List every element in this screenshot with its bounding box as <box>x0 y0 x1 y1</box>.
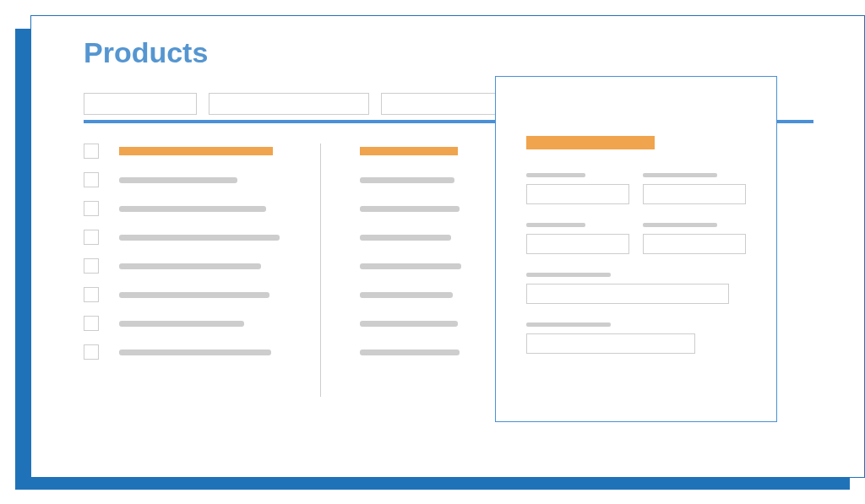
row-text-bar <box>360 235 451 241</box>
row-text-bar <box>119 350 271 355</box>
list-row[interactable] <box>84 344 303 360</box>
row-checkbox[interactable] <box>84 144 99 159</box>
list-row[interactable] <box>84 172 303 187</box>
field-input[interactable] <box>643 184 746 204</box>
row-checkbox[interactable] <box>84 258 99 274</box>
field-label <box>643 173 717 177</box>
row-checkbox[interactable] <box>84 344 99 360</box>
secondary-row[interactable] <box>360 287 489 302</box>
detail-row-2 <box>526 223 746 254</box>
row-text-bar <box>119 263 261 269</box>
page-title: Products <box>84 36 864 69</box>
list-row[interactable] <box>84 258 303 274</box>
row-text-bar <box>360 292 453 298</box>
row-text-bar <box>360 206 460 212</box>
row-text-bar <box>360 350 460 355</box>
list-row[interactable] <box>84 230 303 245</box>
row-text-bar <box>119 321 244 327</box>
secondary-row[interactable] <box>360 316 489 331</box>
secondary-row[interactable] <box>360 258 489 274</box>
list-row[interactable] <box>84 287 303 302</box>
row-text-bar <box>119 235 280 241</box>
list-row[interactable] <box>84 144 303 159</box>
field-input[interactable] <box>526 184 629 204</box>
row-text-bar <box>119 147 273 155</box>
row-checkbox[interactable] <box>84 316 99 331</box>
row-checkbox[interactable] <box>84 230 99 245</box>
field-input[interactable] <box>526 234 629 254</box>
detail-row-3 <box>526 273 746 304</box>
primary-list <box>84 144 320 397</box>
field-label <box>526 322 611 327</box>
secondary-row[interactable] <box>360 344 489 360</box>
field-label <box>643 223 717 227</box>
list-row[interactable] <box>84 316 303 331</box>
secondary-list <box>320 144 489 397</box>
field-label <box>526 173 585 177</box>
field-input[interactable] <box>526 333 695 354</box>
row-text-bar <box>360 321 458 327</box>
filter-input-1[interactable] <box>84 93 197 115</box>
detail-row-1 <box>526 173 746 204</box>
row-text-bar <box>360 177 454 183</box>
secondary-row[interactable] <box>360 201 489 216</box>
field-input[interactable] <box>643 234 746 254</box>
secondary-row[interactable] <box>360 230 489 245</box>
secondary-row[interactable] <box>360 172 489 187</box>
field-label <box>526 223 585 227</box>
row-text-bar <box>119 206 266 212</box>
row-checkbox[interactable] <box>84 172 99 187</box>
field-label <box>526 273 611 277</box>
detail-title-bar <box>526 136 655 149</box>
detail-panel <box>495 76 777 422</box>
filter-input-3[interactable] <box>381 93 504 115</box>
field-input[interactable] <box>526 284 729 304</box>
row-text-bar <box>119 177 237 183</box>
row-text-bar <box>119 292 269 298</box>
row-text-bar <box>360 263 461 269</box>
filter-input-2[interactable] <box>209 93 369 115</box>
detail-row-4 <box>526 322 746 354</box>
list-row[interactable] <box>84 201 303 216</box>
row-checkbox[interactable] <box>84 201 99 216</box>
row-checkbox[interactable] <box>84 287 99 302</box>
row-text-bar <box>360 147 458 155</box>
secondary-row[interactable] <box>360 144 489 159</box>
